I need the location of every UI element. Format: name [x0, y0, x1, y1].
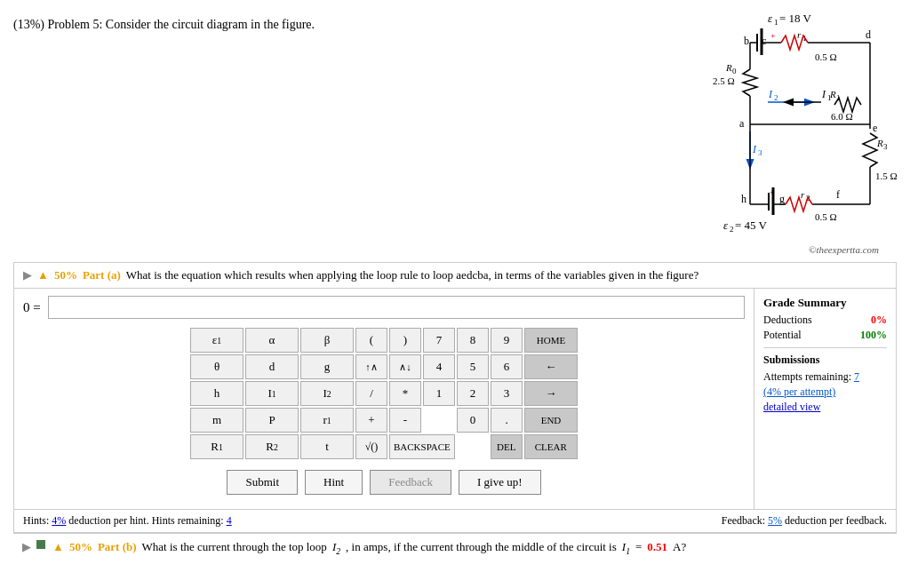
hints-label: Hints: — [23, 514, 49, 527]
key-down-arrow[interactable]: ∧↓ — [389, 354, 421, 379]
key-minus[interactable]: - — [389, 408, 421, 433]
key-del[interactable]: DEL — [491, 434, 523, 459]
part-b-equals: = — [635, 540, 642, 554]
key-6[interactable]: 6 — [491, 354, 523, 379]
svg-text:I: I — [821, 88, 826, 100]
key-star[interactable]: * — [389, 381, 421, 406]
key-right-arrow[interactable]: → — [524, 381, 578, 406]
key-beta[interactable]: β — [300, 328, 354, 353]
equation-row: 0 = — [23, 296, 745, 319]
key-rparen[interactable]: ) — [389, 328, 421, 353]
problem-header: (13%) Problem 5: Consider the circuit di… — [13, 18, 595, 32]
hints-remaining[interactable]: 4 — [227, 514, 232, 527]
key-r1[interactable]: r1 — [300, 408, 354, 433]
part-a-question: What is the equation which results when … — [126, 268, 698, 282]
key-g[interactable]: g — [300, 354, 354, 379]
equation-input[interactable] — [48, 296, 745, 319]
hints-row: Hints: 4% deduction per hint. Hints rema… — [14, 509, 896, 532]
key-I1[interactable]: I1 — [245, 381, 299, 406]
key-home[interactable]: HOME — [524, 328, 578, 353]
key-up-arrow[interactable]: ↑∧ — [355, 354, 387, 379]
svg-text:r: r — [801, 189, 805, 200]
part-a-percent: 50% — [54, 268, 77, 282]
potential-label: Potential — [763, 329, 802, 342]
svg-text:0.5 Ω: 0.5 Ω — [815, 52, 837, 62]
submit-button[interactable]: Submit — [227, 470, 298, 495]
svg-text:2: 2 — [730, 225, 734, 234]
svg-text:3: 3 — [758, 148, 762, 157]
key-m[interactable]: m — [190, 408, 243, 433]
part-b-I2: I2 — [332, 540, 340, 556]
part-a-header: ▶ ▲ 50% Part (a) What is the equation wh… — [14, 263, 896, 289]
key-R2[interactable]: R2 — [245, 434, 299, 459]
svg-text:a: a — [739, 117, 745, 130]
give-up-button[interactable]: I give up! — [459, 470, 541, 495]
part-b-header: ▶ ▲ 50% Part (b) What is the current thr… — [13, 533, 897, 562]
key-alpha[interactable]: α — [245, 328, 299, 353]
key-7[interactable]: 7 — [423, 328, 455, 353]
key-sqrt[interactable]: √() — [355, 434, 387, 459]
svg-text:I: I — [768, 88, 773, 100]
svg-text:0: 0 — [732, 67, 737, 75]
keypad-container: ε1 α β ( ) 7 8 9 HOME θ — [23, 328, 745, 461]
part-b-label: Part (b) — [98, 540, 137, 554]
svg-text:+: + — [770, 31, 776, 41]
svg-text:e: e — [873, 122, 877, 134]
per-attempt: (4% per attempt) — [763, 385, 887, 399]
hint-button[interactable]: Hint — [305, 470, 363, 495]
svg-text:2.5 Ω: 2.5 Ω — [713, 75, 735, 86]
key-epsilon1[interactable]: ε1 — [190, 328, 243, 353]
part-b-percent: 50% — [69, 540, 92, 554]
key-dot[interactable]: . — [491, 408, 523, 433]
key-3[interactable]: 3 — [491, 381, 523, 406]
key-d[interactable]: d — [245, 354, 299, 379]
problem-description: Consider the circuit diagram in the figu… — [106, 18, 315, 31]
svg-text:2: 2 — [774, 93, 778, 102]
key-t[interactable]: t — [300, 434, 354, 459]
deductions-label: Deductions — [763, 314, 812, 327]
svg-text:d: d — [866, 28, 871, 41]
action-buttons: Submit Hint Feedback I give up! — [23, 470, 745, 495]
key-lparen[interactable]: ( — [355, 328, 387, 353]
part-a-arrow: ▶ — [23, 268, 32, 282]
key-0[interactable]: 0 — [457, 408, 489, 433]
detailed-view[interactable]: detailed view — [763, 401, 887, 414]
key-end[interactable]: END — [524, 408, 578, 433]
svg-text:= 45 V: = 45 V — [735, 219, 768, 232]
key-2[interactable]: 2 — [457, 381, 489, 406]
key-h[interactable]: h — [190, 381, 243, 406]
svg-text:= 18 V: = 18 V — [779, 12, 812, 25]
key-I2[interactable]: I2 — [300, 381, 354, 406]
part-b-question-mid: , in amps, if the current through the mi… — [346, 540, 617, 554]
part-b-triangle: ▲ — [52, 540, 64, 554]
key-R1[interactable]: R1 — [190, 434, 243, 459]
key-4[interactable]: 4 — [423, 354, 455, 379]
hints-pct[interactable]: 4% — [52, 514, 66, 527]
part-b-square — [36, 540, 45, 549]
circuit-diagram: ε 1 = 18 V b c + r 1 — [595, 9, 897, 240]
key-P[interactable]: P — [245, 408, 299, 433]
key-1[interactable]: 1 — [423, 381, 455, 406]
key-8[interactable]: 8 — [457, 328, 489, 353]
svg-text:R: R — [829, 89, 836, 99]
feedback-label: Feedback: — [722, 514, 765, 527]
svg-text:1: 1 — [774, 18, 778, 27]
part-b-question-end: A? — [673, 540, 686, 554]
svg-text:g: g — [779, 193, 785, 205]
key-backspace[interactable]: BACKSPACE — [389, 434, 455, 459]
key-plus[interactable]: + — [355, 408, 387, 433]
svg-text:I: I — [752, 143, 757, 155]
key-theta[interactable]: θ — [190, 354, 243, 379]
key-slash[interactable]: / — [355, 381, 387, 406]
svg-text:ε: ε — [768, 12, 773, 25]
key-left-arrow[interactable]: ← — [524, 354, 578, 379]
key-9[interactable]: 9 — [491, 328, 523, 353]
svg-text:f: f — [836, 188, 840, 201]
copyright: ©theexpertta.com — [13, 244, 879, 255]
key-5[interactable]: 5 — [457, 354, 489, 379]
attempts-value[interactable]: 7 — [854, 370, 859, 383]
feedback-button[interactable]: Feedback — [370, 470, 451, 495]
svg-text:0.5 Ω: 0.5 Ω — [815, 211, 837, 222]
part-a-label: Part (a) — [83, 268, 121, 282]
key-clear[interactable]: CLEAR — [524, 434, 578, 459]
